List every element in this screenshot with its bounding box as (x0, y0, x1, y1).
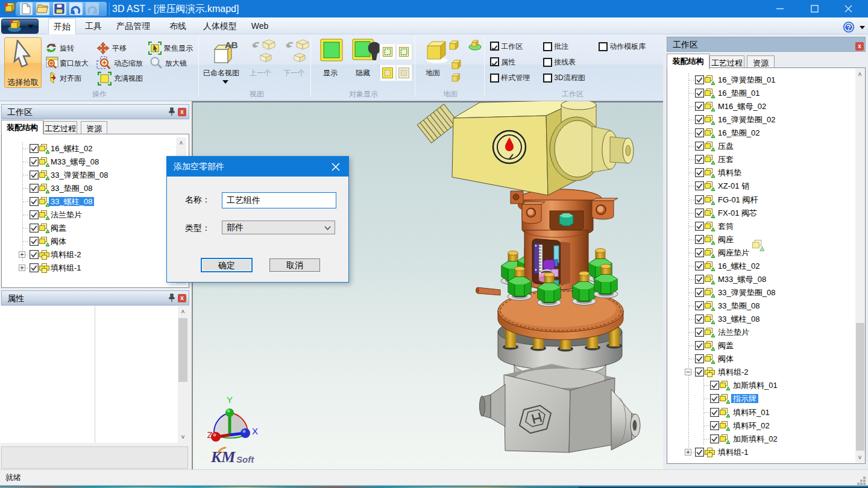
svg-text:Y: Y (227, 395, 233, 405)
svg-text:Soft: Soft (236, 454, 254, 465)
svg-text:KM: KM (210, 448, 236, 466)
svg-text:AB: AB (225, 40, 238, 50)
svg-text:?: ? (846, 23, 851, 32)
svg-text:Z: Z (207, 430, 213, 440)
svg-text:X: X (252, 426, 258, 436)
